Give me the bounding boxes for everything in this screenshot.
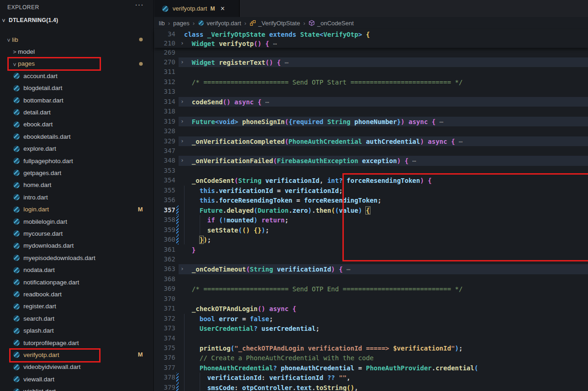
line-number: 270 — [154, 58, 175, 66]
vscode-window: EXPLORER ··· > DTLEARNING(1.4) >lib>mode… — [0, 0, 588, 391]
code-line-368[interactable]: 368 — [154, 274, 588, 284]
item-label: notificationpage.dart — [23, 279, 79, 286]
item-label: myepisodedownloads.dart — [23, 255, 95, 261]
code-line-210[interactable]: 210› Widget verifyotp() { ⋯ — [154, 39, 588, 48]
sidebar-item-register-dart[interactable]: register.dart — [0, 300, 154, 312]
sidebar-item-mydownloads-dart[interactable]: mydownloads.dart — [0, 240, 154, 252]
code-line-353[interactable]: 353 — [154, 166, 588, 176]
sidebar-item-mobilelogin-dart[interactable]: mobilelogin.dart — [0, 215, 154, 227]
fold-chevron-icon[interactable]: › — [180, 157, 184, 164]
code-line-355[interactable]: 355 this.verificationId = verificationId… — [154, 186, 588, 195]
sidebar-item-intro-dart[interactable]: intro.dart — [0, 191, 154, 203]
sidebar-item-ebookdetails-dart[interactable]: ebookdetails.dart — [0, 130, 154, 142]
sidebar-item-mycourse-dart[interactable]: mycourse.dart — [0, 227, 154, 239]
sidebar-item-splash-dart[interactable]: splash.dart — [0, 325, 154, 337]
dart-file-icon — [13, 145, 20, 153]
fold-chevron-icon[interactable]: › — [180, 98, 184, 105]
code-line-363[interactable]: 363› _onCodeTimeout(String verificationI… — [154, 264, 588, 274]
code-line-370[interactable]: 370 — [154, 294, 588, 304]
sidebar-item-wishlist-dart[interactable]: wishlist.dart — [0, 385, 154, 391]
code-line-313[interactable]: 313 — [154, 87, 588, 96]
code-line-376[interactable]: 376 // Create a PhoneAuthCredential with… — [154, 353, 588, 363]
fold-chevron-icon[interactable]: › — [180, 58, 184, 65]
sidebar-item-bottombar-dart[interactable]: bottombar.dart — [0, 94, 154, 106]
sidebar-item-tutorprofilepage-dart[interactable]: tutorprofilepage.dart — [0, 337, 154, 349]
code-line-347[interactable]: 347 — [154, 146, 588, 156]
line-number: 210 — [154, 40, 175, 47]
code-line-374[interactable]: 374 — [154, 334, 588, 343]
gutter-modified-indicator — [176, 383, 179, 391]
code-line-358[interactable]: 358 if (!mounted) return; — [154, 215, 588, 225]
code-line-362[interactable]: 362 — [154, 255, 588, 264]
code-line-314[interactable]: 314› codeSend() async { ⋯ — [154, 97, 588, 107]
code-line-361[interactable]: 361 } — [154, 245, 588, 255]
sidebar-item-home-dart[interactable]: home.dart — [0, 179, 154, 191]
code-line-359[interactable]: 359 setState(() {}); — [154, 225, 588, 235]
item-label: detail.dart — [23, 109, 50, 116]
code-text: PhoneAuthCredential? phoneAuthCredential… — [184, 363, 478, 373]
code-line-318[interactable]: 318 — [154, 107, 588, 116]
code-line-356[interactable]: 356 this.forceResendingToken = forceRese… — [154, 195, 588, 205]
sidebar-item-readbook-dart[interactable]: readbook.dart — [0, 288, 154, 300]
chevron-right-icon: > — [13, 49, 16, 55]
fold-chevron-icon[interactable]: › — [180, 118, 184, 125]
code-line-360[interactable]: 360 }); — [154, 235, 588, 244]
code-text: _onVerificationFailed(FirebaseAuthExcept… — [184, 156, 416, 165]
code-line-371[interactable]: 371 _checkOTPAndLogin() async { — [154, 304, 588, 313]
sidebar-item-account-dart[interactable]: account.dart — [0, 70, 154, 82]
sidebar-folder-pages[interactable]: >pages — [0, 58, 154, 70]
sidebar-folder-model[interactable]: >model — [0, 45, 154, 57]
editor-group: verifyotp.dart M × lib›pages›verifyotp.d… — [154, 0, 588, 391]
sidebar-item-blogdetail-dart[interactable]: blogdetail.dart — [0, 82, 154, 94]
sidebar-item-ebook-dart[interactable]: ebook.dart — [0, 119, 154, 130]
sidebar-folder-lib[interactable]: >lib — [0, 34, 154, 45]
code-line-270[interactable]: 270› Widget registerText() { ⋯ — [154, 57, 588, 67]
dart-file-icon — [13, 242, 20, 249]
item-label: videobyidviewall.dart — [23, 363, 81, 370]
code-line-369[interactable]: 369 /* ====================== Send OTP E… — [154, 284, 588, 294]
sidebar-item-search-dart[interactable]: search.dart — [0, 312, 154, 324]
sidebar-item-getpages-dart[interactable]: getpages.dart — [0, 167, 154, 179]
code-line-311[interactable]: 311 — [154, 67, 588, 77]
code-line-328[interactable]: 328 — [154, 126, 588, 136]
sidebar-item-viewall-dart[interactable]: viewall.dart — [0, 373, 154, 385]
sidebar-item-verifyotp-dart[interactable]: verifyotp.dartM — [0, 349, 154, 361]
code-line-312[interactable]: 312 /* ====================== Send OTP S… — [154, 77, 588, 87]
sidebar-item-notificationpage-dart[interactable]: notificationpage.dart — [0, 276, 154, 288]
code-area[interactable]: 269270› Widget registerText() { ⋯311312 … — [154, 0, 588, 391]
code-line-372[interactable]: 372 bool error = false; — [154, 314, 588, 323]
code-line-357[interactable]: 357 Future.delayed(Duration.zero).then((… — [154, 205, 588, 215]
sidebar-item-videobyidviewall-dart[interactable]: videobyidviewall.dart — [0, 361, 154, 373]
code-line-375[interactable]: 375 printLog("_checkOTPAndLogin verifica… — [154, 343, 588, 353]
code-line-379[interactable]: 379 smsCode: otpController.text.toString… — [154, 383, 588, 391]
line-number: 319 — [154, 118, 175, 125]
gutter-modified-indicator — [176, 373, 179, 382]
line-number: 369 — [154, 285, 175, 292]
line-number: 368 — [154, 275, 175, 283]
line-number: 318 — [154, 108, 175, 115]
fold-chevron-icon[interactable]: › — [180, 265, 184, 272]
dart-file-icon — [13, 254, 20, 261]
code-line-319[interactable]: 319› Future<void> phoneSignIn({required … — [154, 117, 588, 126]
code-line-329[interactable]: 329› _onVerificationCompleted(PhoneAuthC… — [154, 136, 588, 146]
sidebar-item-detail-dart[interactable]: detail.dart — [0, 106, 154, 118]
sidebar-item-myepisodedownloads-dart[interactable]: myepisodedownloads.dart — [0, 252, 154, 264]
sidebar-item-fullpagephoto-dart[interactable]: fullpagephoto.dart — [0, 155, 154, 167]
line-number: 348 — [154, 157, 175, 164]
sidebar-item-nodata-dart[interactable]: nodata.dart — [0, 264, 154, 276]
sidebar-item-login-dart[interactable]: login.dartM — [0, 204, 154, 215]
code-line-348[interactable]: 348› _onVerificationFailed(FirebaseAuthE… — [154, 156, 588, 165]
item-label: tutorprofilepage.dart — [23, 340, 79, 346]
code-line-373[interactable]: 373 UserCredential? userCredential; — [154, 323, 588, 333]
code-line-269[interactable]: 269 — [154, 48, 588, 57]
code-line-354[interactable]: 354 _onCodeSent(String verificationId, i… — [154, 176, 588, 185]
code-text: UserCredential? userCredential; — [184, 324, 319, 333]
dart-file-icon — [13, 169, 20, 176]
code-line-378[interactable]: 378 verificationId: verificationId ?? ""… — [154, 373, 588, 382]
sidebar-item-explore-dart[interactable]: explore.dart — [0, 143, 154, 155]
fold-chevron-icon[interactable]: › — [180, 137, 184, 144]
line-number: 358 — [154, 216, 175, 223]
code-line-377[interactable]: 377 PhoneAuthCredential? phoneAuthCreden… — [154, 363, 588, 373]
code-line-34[interactable]: 34class _VerifyOtpState extends State<Ve… — [154, 29, 588, 39]
fold-chevron-icon[interactable]: › — [180, 40, 184, 46]
